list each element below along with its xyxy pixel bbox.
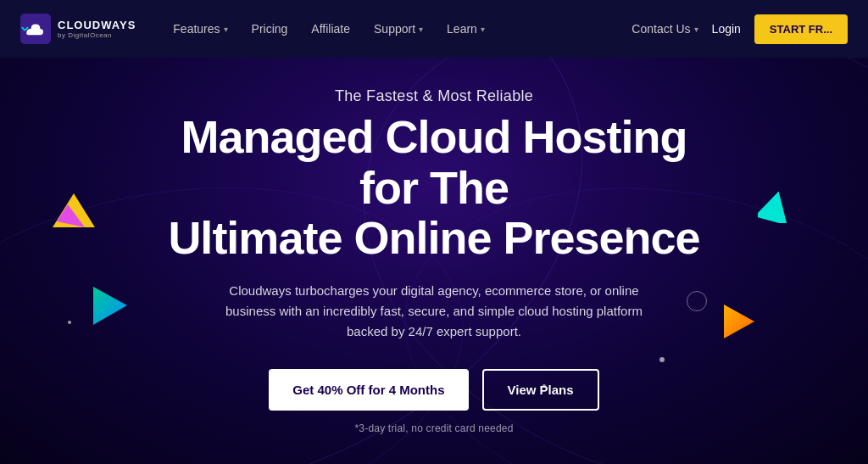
hero-description: Cloudways turbocharges your digital agen… <box>214 281 654 342</box>
nav-item-pricing[interactable]: Pricing <box>242 15 298 42</box>
nav-item-support[interactable]: Support ▾ <box>364 15 433 42</box>
chevron-down-icon: ▾ <box>419 25 423 34</box>
nav-links: Features ▾ Pricing Affiliate Support ▾ L… <box>163 15 632 42</box>
nav-item-features[interactable]: Features ▾ <box>163 15 237 42</box>
contact-us-button[interactable]: Contact Us ▾ <box>632 22 698 36</box>
chevron-down-icon: ▾ <box>481 25 485 34</box>
trial-note: *3-day trial, no credit card needed <box>154 422 714 434</box>
nav-item-affiliate[interactable]: Affiliate <box>301 15 360 42</box>
chevron-down-icon: ▾ <box>694 25 698 34</box>
cloudways-logo-icon <box>20 14 51 44</box>
start-free-button[interactable]: START FR... <box>754 14 848 44</box>
get-discount-button[interactable]: Get 40% Off for 4 Months <box>269 369 468 411</box>
hero-title: Managed Cloud Hosting for The Ultimate O… <box>154 112 714 263</box>
navbar: CLOUDWAYS by DigitalOcean Features ▾ Pri… <box>0 0 868 58</box>
nav-item-learn[interactable]: Learn ▾ <box>437 15 495 42</box>
chevron-down-icon: ▾ <box>224 25 228 34</box>
login-button[interactable]: Login <box>712 22 741 36</box>
hero-buttons: Get 40% Off for 4 Months View Plans <box>154 369 714 411</box>
hero-subtitle: The Fastest & Most Reliable <box>154 87 714 105</box>
hero-content: The Fastest & Most Reliable Managed Clou… <box>137 87 731 433</box>
nav-right: Contact Us ▾ Login START FR... <box>632 14 848 44</box>
logo[interactable]: CLOUDWAYS by DigitalOcean <box>20 14 136 44</box>
view-plans-button[interactable]: View Plans <box>482 369 599 411</box>
logo-text: CLOUDWAYS by DigitalOcean <box>58 19 136 39</box>
hero-section: The Fastest & Most Reliable Managed Clou… <box>0 58 868 464</box>
